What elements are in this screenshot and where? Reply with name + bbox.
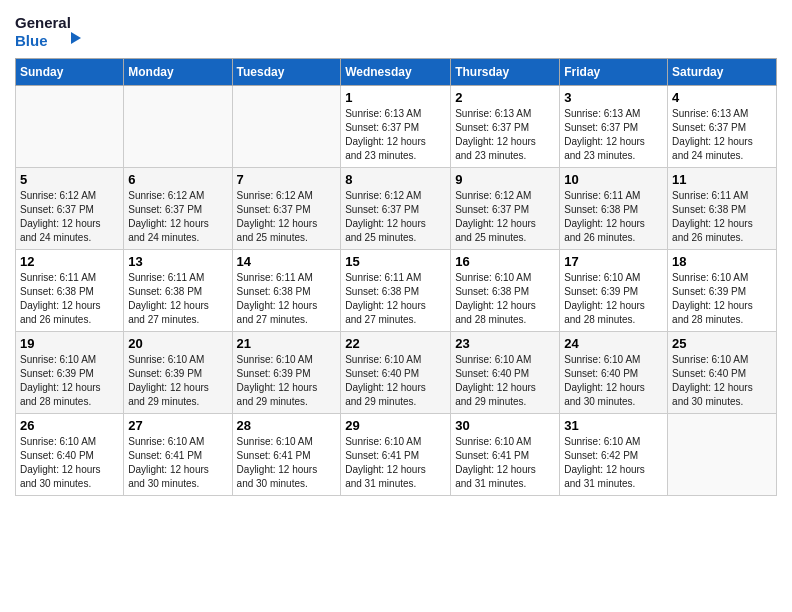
calendar-week-4: 19Sunrise: 6:10 AM Sunset: 6:39 PM Dayli… xyxy=(16,332,777,414)
day-number: 31 xyxy=(564,418,663,433)
calendar-cell: 10Sunrise: 6:11 AM Sunset: 6:38 PM Dayli… xyxy=(560,168,668,250)
day-number: 17 xyxy=(564,254,663,269)
day-number: 13 xyxy=(128,254,227,269)
calendar-cell: 28Sunrise: 6:10 AM Sunset: 6:41 PM Dayli… xyxy=(232,414,341,496)
calendar-week-5: 26Sunrise: 6:10 AM Sunset: 6:40 PM Dayli… xyxy=(16,414,777,496)
day-info: Sunrise: 6:13 AM Sunset: 6:37 PM Dayligh… xyxy=(455,107,555,163)
svg-text:Blue: Blue xyxy=(15,32,48,49)
calendar-cell xyxy=(232,86,341,168)
day-number: 9 xyxy=(455,172,555,187)
day-info: Sunrise: 6:12 AM Sunset: 6:37 PM Dayligh… xyxy=(237,189,337,245)
day-info: Sunrise: 6:10 AM Sunset: 6:38 PM Dayligh… xyxy=(455,271,555,327)
day-info: Sunrise: 6:10 AM Sunset: 6:41 PM Dayligh… xyxy=(128,435,227,491)
calendar-cell xyxy=(668,414,777,496)
calendar-cell xyxy=(124,86,232,168)
day-number: 24 xyxy=(564,336,663,351)
calendar-cell: 7Sunrise: 6:12 AM Sunset: 6:37 PM Daylig… xyxy=(232,168,341,250)
day-info: Sunrise: 6:10 AM Sunset: 6:39 PM Dayligh… xyxy=(128,353,227,409)
calendar-cell: 19Sunrise: 6:10 AM Sunset: 6:39 PM Dayli… xyxy=(16,332,124,414)
calendar-cell: 20Sunrise: 6:10 AM Sunset: 6:39 PM Dayli… xyxy=(124,332,232,414)
day-number: 12 xyxy=(20,254,119,269)
calendar-cell: 27Sunrise: 6:10 AM Sunset: 6:41 PM Dayli… xyxy=(124,414,232,496)
day-number: 15 xyxy=(345,254,446,269)
day-info: Sunrise: 6:10 AM Sunset: 6:40 PM Dayligh… xyxy=(345,353,446,409)
calendar-cell: 21Sunrise: 6:10 AM Sunset: 6:39 PM Dayli… xyxy=(232,332,341,414)
day-info: Sunrise: 6:12 AM Sunset: 6:37 PM Dayligh… xyxy=(20,189,119,245)
day-number: 6 xyxy=(128,172,227,187)
day-info: Sunrise: 6:10 AM Sunset: 6:41 PM Dayligh… xyxy=(455,435,555,491)
calendar-cell: 25Sunrise: 6:10 AM Sunset: 6:40 PM Dayli… xyxy=(668,332,777,414)
calendar-cell: 3Sunrise: 6:13 AM Sunset: 6:37 PM Daylig… xyxy=(560,86,668,168)
calendar-table: SundayMondayTuesdayWednesdayThursdayFrid… xyxy=(15,58,777,496)
calendar-body: 1Sunrise: 6:13 AM Sunset: 6:37 PM Daylig… xyxy=(16,86,777,496)
calendar-cell: 22Sunrise: 6:10 AM Sunset: 6:40 PM Dayli… xyxy=(341,332,451,414)
day-info: Sunrise: 6:11 AM Sunset: 6:38 PM Dayligh… xyxy=(20,271,119,327)
weekday-header-thursday: Thursday xyxy=(451,59,560,86)
calendar-cell: 2Sunrise: 6:13 AM Sunset: 6:37 PM Daylig… xyxy=(451,86,560,168)
day-info: Sunrise: 6:13 AM Sunset: 6:37 PM Dayligh… xyxy=(672,107,772,163)
day-info: Sunrise: 6:13 AM Sunset: 6:37 PM Dayligh… xyxy=(564,107,663,163)
calendar-cell: 30Sunrise: 6:10 AM Sunset: 6:41 PM Dayli… xyxy=(451,414,560,496)
weekday-header-saturday: Saturday xyxy=(668,59,777,86)
day-info: Sunrise: 6:10 AM Sunset: 6:40 PM Dayligh… xyxy=(20,435,119,491)
weekday-header-friday: Friday xyxy=(560,59,668,86)
calendar-cell: 13Sunrise: 6:11 AM Sunset: 6:38 PM Dayli… xyxy=(124,250,232,332)
day-number: 11 xyxy=(672,172,772,187)
calendar-cell: 26Sunrise: 6:10 AM Sunset: 6:40 PM Dayli… xyxy=(16,414,124,496)
day-info: Sunrise: 6:10 AM Sunset: 6:40 PM Dayligh… xyxy=(564,353,663,409)
day-info: Sunrise: 6:10 AM Sunset: 6:42 PM Dayligh… xyxy=(564,435,663,491)
calendar-week-1: 1Sunrise: 6:13 AM Sunset: 6:37 PM Daylig… xyxy=(16,86,777,168)
calendar-week-3: 12Sunrise: 6:11 AM Sunset: 6:38 PM Dayli… xyxy=(16,250,777,332)
day-number: 25 xyxy=(672,336,772,351)
logo: GeneralBlue xyxy=(15,10,85,50)
day-info: Sunrise: 6:13 AM Sunset: 6:37 PM Dayligh… xyxy=(345,107,446,163)
calendar-cell: 18Sunrise: 6:10 AM Sunset: 6:39 PM Dayli… xyxy=(668,250,777,332)
day-number: 18 xyxy=(672,254,772,269)
day-number: 5 xyxy=(20,172,119,187)
day-number: 21 xyxy=(237,336,337,351)
day-info: Sunrise: 6:10 AM Sunset: 6:39 PM Dayligh… xyxy=(672,271,772,327)
calendar-cell: 6Sunrise: 6:12 AM Sunset: 6:37 PM Daylig… xyxy=(124,168,232,250)
calendar-cell: 5Sunrise: 6:12 AM Sunset: 6:37 PM Daylig… xyxy=(16,168,124,250)
day-info: Sunrise: 6:11 AM Sunset: 6:38 PM Dayligh… xyxy=(237,271,337,327)
calendar-cell: 11Sunrise: 6:11 AM Sunset: 6:38 PM Dayli… xyxy=(668,168,777,250)
day-info: Sunrise: 6:11 AM Sunset: 6:38 PM Dayligh… xyxy=(672,189,772,245)
day-number: 26 xyxy=(20,418,119,433)
calendar-cell: 15Sunrise: 6:11 AM Sunset: 6:38 PM Dayli… xyxy=(341,250,451,332)
calendar-cell: 12Sunrise: 6:11 AM Sunset: 6:38 PM Dayli… xyxy=(16,250,124,332)
calendar-cell: 1Sunrise: 6:13 AM Sunset: 6:37 PM Daylig… xyxy=(341,86,451,168)
day-number: 2 xyxy=(455,90,555,105)
day-number: 30 xyxy=(455,418,555,433)
day-info: Sunrise: 6:10 AM Sunset: 6:41 PM Dayligh… xyxy=(237,435,337,491)
calendar-cell: 4Sunrise: 6:13 AM Sunset: 6:37 PM Daylig… xyxy=(668,86,777,168)
calendar-cell: 8Sunrise: 6:12 AM Sunset: 6:37 PM Daylig… xyxy=(341,168,451,250)
calendar-cell: 31Sunrise: 6:10 AM Sunset: 6:42 PM Dayli… xyxy=(560,414,668,496)
day-info: Sunrise: 6:12 AM Sunset: 6:37 PM Dayligh… xyxy=(345,189,446,245)
day-number: 7 xyxy=(237,172,337,187)
page: GeneralBlue SundayMondayTuesdayWednesday… xyxy=(0,0,792,612)
day-number: 14 xyxy=(237,254,337,269)
calendar-cell: 17Sunrise: 6:10 AM Sunset: 6:39 PM Dayli… xyxy=(560,250,668,332)
day-number: 10 xyxy=(564,172,663,187)
day-info: Sunrise: 6:12 AM Sunset: 6:37 PM Dayligh… xyxy=(455,189,555,245)
svg-marker-2 xyxy=(71,32,81,44)
day-info: Sunrise: 6:11 AM Sunset: 6:38 PM Dayligh… xyxy=(564,189,663,245)
calendar-cell: 14Sunrise: 6:11 AM Sunset: 6:38 PM Dayli… xyxy=(232,250,341,332)
day-info: Sunrise: 6:10 AM Sunset: 6:39 PM Dayligh… xyxy=(237,353,337,409)
svg-text:General: General xyxy=(15,14,71,31)
day-info: Sunrise: 6:12 AM Sunset: 6:37 PM Dayligh… xyxy=(128,189,227,245)
day-info: Sunrise: 6:10 AM Sunset: 6:39 PM Dayligh… xyxy=(20,353,119,409)
day-number: 3 xyxy=(564,90,663,105)
calendar-cell: 9Sunrise: 6:12 AM Sunset: 6:37 PM Daylig… xyxy=(451,168,560,250)
calendar-cell xyxy=(16,86,124,168)
weekday-row: SundayMondayTuesdayWednesdayThursdayFrid… xyxy=(16,59,777,86)
header: GeneralBlue xyxy=(15,10,777,50)
day-number: 28 xyxy=(237,418,337,433)
day-number: 22 xyxy=(345,336,446,351)
day-info: Sunrise: 6:10 AM Sunset: 6:39 PM Dayligh… xyxy=(564,271,663,327)
day-number: 27 xyxy=(128,418,227,433)
calendar-cell: 24Sunrise: 6:10 AM Sunset: 6:40 PM Dayli… xyxy=(560,332,668,414)
calendar-header: SundayMondayTuesdayWednesdayThursdayFrid… xyxy=(16,59,777,86)
logo-svg: GeneralBlue xyxy=(15,10,85,50)
day-number: 19 xyxy=(20,336,119,351)
